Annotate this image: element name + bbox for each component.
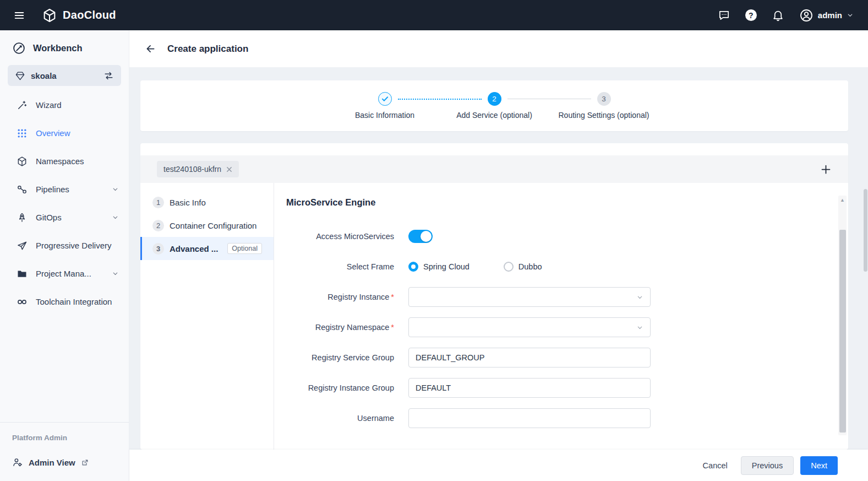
form-step-label: Basic Info [170, 198, 206, 207]
brand[interactable]: DaoCloud [42, 8, 116, 23]
help-icon[interactable]: ? [745, 9, 757, 21]
daocloud-logo-icon [42, 8, 57, 23]
card-scrollbar-thumb[interactable] [839, 230, 846, 433]
chat-icon[interactable] [718, 9, 730, 21]
admin-user-icon [12, 457, 23, 468]
cancel-button[interactable]: Cancel [698, 456, 732, 475]
step-add-service[interactable]: 2 Add Service (optional) [488, 92, 501, 106]
optional-badge: Optional [227, 243, 262, 254]
form-step-nav: 1 Basic Info 2 Container Configuration 3… [140, 183, 274, 450]
card-scrollbar[interactable]: ▲ [838, 196, 847, 435]
step-number: 3 [152, 243, 164, 255]
topbar: DaoCloud ? admin [0, 0, 868, 30]
registry-service-group-row: Registry Service Group [286, 348, 823, 367]
brand-name: DaoCloud [63, 9, 116, 21]
main-content: Create application Basic Information 2 A… [129, 30, 868, 481]
stepper: Basic Information 2 Add Service (optiona… [140, 80, 848, 131]
field-label: Registry Instance Group [286, 383, 394, 392]
scroll-up-icon[interactable]: ▲ [838, 197, 847, 203]
sidebar-item-label: Project Mana... [36, 269, 91, 278]
step-connector [398, 99, 482, 100]
topbar-actions: ? admin [718, 8, 868, 23]
sidebar-item-overview[interactable]: Overview [0, 119, 129, 147]
sidebar-footer: Platform Admin Admin View [0, 422, 129, 481]
wizard-footer: Cancel Previous Next [129, 450, 868, 481]
chevron-down-icon [847, 12, 854, 19]
frame-radio-group: Spring Cloud Dubbo [408, 262, 542, 272]
sidebar-item-wizard[interactable]: Wizard [0, 91, 129, 119]
arrow-left-icon[interactable] [145, 43, 156, 55]
username-input[interactable] [408, 408, 651, 428]
form-step-advanced[interactable]: 3 Advanced ... Optional [140, 237, 274, 260]
close-icon[interactable] [226, 166, 232, 172]
chevron-down-icon [636, 324, 643, 331]
step-label: Routing Settings (optional) [559, 111, 649, 120]
service-chip[interactable]: test240108-ukfrn [157, 161, 239, 177]
platform-admin-label: Platform Admin [0, 423, 129, 442]
step-routing-settings[interactable]: 3 Routing Settings (optional) [597, 92, 611, 106]
sidebar-nav: Wizard Overview Namespaces Pipelines [0, 91, 129, 316]
sidebar-item-label: Overview [36, 128, 70, 138]
next-button[interactable]: Next [800, 456, 838, 475]
gem-icon [15, 71, 25, 81]
plus-icon[interactable] [820, 164, 832, 175]
step-basic-information[interactable]: Basic Information [378, 92, 392, 106]
user-menu[interactable]: admin [799, 8, 854, 23]
radio-label: Spring Cloud [423, 262, 470, 271]
grid-icon [17, 128, 28, 139]
form-step-label: Container Configuration [170, 221, 256, 230]
registry-instance-group-input[interactable] [408, 378, 651, 398]
username-row: Username [286, 408, 823, 428]
menu-icon[interactable] [10, 6, 29, 25]
sidebar-item-label: Progressive Delivery [36, 241, 112, 250]
field-label: Select Frame [286, 262, 394, 271]
bell-icon[interactable] [772, 9, 784, 21]
registry-instance-group-row: Registry Instance Group [286, 378, 823, 398]
sidebar-item-workbench[interactable]: Workbench [0, 30, 129, 63]
admin-view-link[interactable]: Admin View [0, 442, 129, 481]
access-microservices-toggle[interactable] [408, 230, 433, 243]
workbench-label: Workbench [33, 43, 83, 53]
switch-project-icon[interactable] [103, 71, 114, 81]
workbench-icon [12, 41, 26, 55]
service-chip-label: test240108-ukfrn [163, 165, 221, 174]
sidebar-item-toolchain-integration[interactable]: Toolchain Integration [0, 288, 129, 316]
radio-spring-cloud[interactable]: Spring Cloud [408, 262, 470, 272]
registry-service-group-input[interactable] [408, 348, 651, 367]
sidebar-item-progressive-delivery[interactable]: Progressive Delivery [0, 231, 129, 260]
service-form-body: 1 Basic Info 2 Container Configuration 3… [140, 183, 848, 450]
chevron-down-icon [112, 270, 119, 277]
form-step-basic-info[interactable]: 1 Basic Info [140, 191, 274, 214]
chevron-down-icon [112, 214, 119, 221]
required-asterisk: * [391, 323, 394, 332]
user-name: admin [818, 10, 842, 20]
window-scrollbar-thumb[interactable] [864, 189, 867, 272]
rocket-icon [17, 212, 28, 223]
bird-icon [17, 240, 28, 251]
registry-namespace-select[interactable] [408, 317, 651, 337]
project-name: skoala [31, 71, 57, 80]
form-step-container-configuration[interactable]: 2 Container Configuration [140, 214, 274, 237]
form-section-title: MicroService Engine [286, 197, 823, 208]
step-check-icon [378, 92, 392, 106]
previous-button[interactable]: Previous [741, 456, 794, 475]
registry-instance-row: Registry Instance* [286, 287, 823, 307]
sidebar-item-label: GitOps [36, 213, 62, 222]
select-frame-row: Select Frame Spring Cloud Dubbo [286, 257, 823, 277]
sidebar-item-pipelines[interactable]: Pipelines [0, 175, 129, 203]
registry-instance-select[interactable] [408, 287, 651, 307]
access-microservices-row: Access MicroServices [286, 226, 823, 246]
avatar-icon [799, 8, 814, 23]
field-label: Access MicroServices [286, 232, 394, 241]
sidebar-item-project-management[interactable]: Project Mana... [0, 260, 129, 288]
sidebar-item-label: Wizard [36, 100, 62, 110]
sidebar-item-gitops[interactable]: GitOps [0, 203, 129, 231]
field-label: Registry Instance [327, 293, 389, 301]
step-number: 2 [152, 220, 164, 231]
radio-label: Dubbo [518, 262, 542, 271]
radio-dubbo[interactable]: Dubbo [504, 262, 542, 272]
wand-icon [17, 100, 28, 111]
project-selector[interactable]: skoala [8, 65, 121, 86]
sidebar-item-namespaces[interactable]: Namespaces [0, 147, 129, 175]
toggle-knob [421, 231, 432, 242]
